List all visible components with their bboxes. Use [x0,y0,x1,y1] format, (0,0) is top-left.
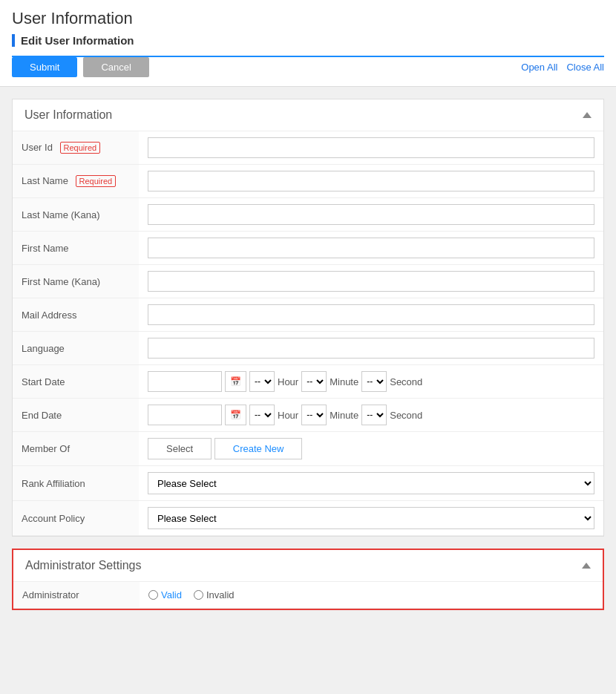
member-of-select-button[interactable]: Select [148,438,212,459]
last-name-input[interactable] [148,171,594,191]
first-name-kana-label: First Name (Kana) [13,265,139,298]
rank-affiliation-label: Rank Affiliation [13,466,139,501]
first-name-kana-input-cell [139,265,603,298]
cancel-button[interactable]: Cancel [83,57,148,77]
rank-affiliation-row: Rank Affiliation Please Select [13,466,603,501]
admin-settings-card-header: Administrator Settings [13,550,603,582]
administrator-invalid-radio[interactable] [194,590,203,600]
admin-settings-card: Administrator Settings Administrator Val… [12,549,604,610]
end-minute-label: Minute [330,410,358,421]
user-id-input[interactable] [148,137,594,158]
member-of-create-new-button[interactable]: Create New [214,438,303,459]
start-date-row-controls: 📅 -- Hour -- Minute -- Second [148,371,594,392]
start-date-calendar-button[interactable]: 📅 [225,371,246,392]
first-name-input-cell [139,232,603,265]
user-id-required-badge: Required [60,142,101,154]
last-name-kana-label: Last Name (Kana) [13,198,139,232]
end-date-row: End Date 📅 -- Hour -- Minute [13,399,603,432]
open-all-button[interactable]: Open All [521,62,557,73]
end-date-minute-select[interactable]: -- [301,405,327,425]
administrator-radio-group: Valid Invalid [148,589,594,600]
edit-section-heading: Edit User Information [12,34,604,47]
user-info-collapse-icon[interactable] [583,112,592,118]
last-name-kana-input-cell [139,198,603,232]
last-name-label: Last Name Required [13,165,139,198]
first-name-kana-row: First Name (Kana) [13,265,603,298]
language-input[interactable] [148,338,594,359]
end-date-calendar-button[interactable]: 📅 [225,405,246,425]
mail-address-label: Mail Address [13,298,139,332]
administrator-invalid-label[interactable]: Invalid [194,589,235,600]
language-row: Language [13,332,603,365]
user-info-card-header: User Information [13,99,603,131]
start-second-label: Second [390,376,422,387]
start-date-row: Start Date 📅 -- Hour -- Minute [13,365,603,399]
end-date-input-cell: 📅 -- Hour -- Minute -- Second [139,399,603,432]
mail-address-input-cell [139,298,603,332]
end-date-second-select[interactable]: -- [361,405,387,425]
last-name-input-cell [139,165,603,198]
account-policy-select[interactable]: Please Select [148,507,594,529]
end-hour-label: Hour [278,410,298,421]
start-date-minute-select[interactable]: -- [301,371,327,392]
first-name-label: First Name [13,232,139,265]
first-name-kana-input[interactable] [148,271,594,292]
start-minute-label: Minute [330,376,358,387]
end-second-label: Second [390,410,422,421]
submit-button[interactable]: Submit [12,57,77,77]
last-name-kana-row: Last Name (Kana) [13,198,603,232]
last-name-row: Last Name Required [13,165,603,198]
end-date-input[interactable] [148,405,222,425]
administrator-valid-label[interactable]: Valid [148,589,182,600]
start-date-second-select[interactable]: -- [361,371,387,392]
account-policy-input-cell: Please Select [139,501,603,536]
rank-affiliation-select[interactable]: Please Select [148,472,594,494]
user-info-card-title: User Information [24,108,112,122]
end-date-label: End Date [13,399,139,432]
start-date-input-cell: 📅 -- Hour -- Minute -- Second [139,365,603,399]
admin-settings-collapse-icon[interactable] [582,563,591,569]
administrator-valid-radio[interactable] [148,590,158,600]
rank-affiliation-input-cell: Please Select [139,466,603,501]
last-name-kana-input[interactable] [148,204,594,225]
user-info-form-table: User Id Required Last Name Required [13,131,603,536]
member-of-row: Member Of Select Create New [13,432,603,466]
start-hour-label: Hour [278,376,298,387]
page-title: User Information [12,9,604,28]
user-id-label: User Id Required [13,131,139,165]
user-id-input-cell [139,131,603,165]
account-policy-row: Account Policy Please Select [13,501,603,536]
administrator-row: Administrator Valid Invalid [13,582,603,609]
administrator-label: Administrator [13,582,140,609]
page-header: User Information Edit User Information S… [0,0,616,87]
member-of-label: Member Of [13,432,139,466]
mail-address-input[interactable] [148,304,594,325]
toolbar: Submit Cancel Open All Close All [12,57,604,77]
end-date-row-controls: 📅 -- Hour -- Minute -- Second [148,405,594,425]
mail-address-row: Mail Address [13,298,603,332]
last-name-required-badge: Required [76,175,117,187]
admin-settings-card-title: Administrator Settings [25,559,142,572]
toolbar-right: Open All Close All [521,62,604,73]
language-input-cell [139,332,603,365]
user-info-card: User Information User Id Required Last N… [12,99,604,537]
member-of-input-cell: Select Create New [139,432,603,466]
language-label: Language [13,332,139,365]
start-date-label: Start Date [13,365,139,399]
administrator-input-cell: Valid Invalid [140,582,603,609]
start-date-input[interactable] [148,371,222,392]
content-area: User Information User Id Required Last N… [0,87,616,634]
end-date-hour-select[interactable]: -- [249,405,275,425]
start-date-hour-select[interactable]: -- [249,371,275,392]
admin-settings-form-table: Administrator Valid Invalid [13,582,603,609]
account-policy-label: Account Policy [13,501,139,536]
close-all-button[interactable]: Close All [566,62,604,73]
user-id-row: User Id Required [13,131,603,165]
first-name-row: First Name [13,232,603,265]
first-name-input[interactable] [148,238,594,258]
